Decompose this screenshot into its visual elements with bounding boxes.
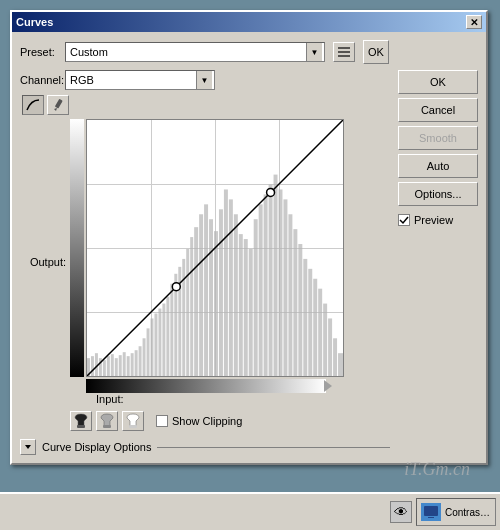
svg-rect-35 <box>209 219 213 376</box>
title-bar: Curves ✕ <box>12 12 486 32</box>
input-gradient-wrap <box>86 379 344 393</box>
svg-rect-20 <box>147 328 150 376</box>
svg-rect-3 <box>55 99 63 109</box>
svg-rect-42 <box>244 239 248 376</box>
svg-rect-57 <box>318 289 322 376</box>
input-gradient-row <box>86 379 344 393</box>
tray-area: 👁 Contrast curves <box>390 498 496 526</box>
gray-point-eyedropper[interactable] <box>96 411 118 431</box>
channel-label: Channel: <box>20 74 65 86</box>
svg-rect-54 <box>303 259 307 376</box>
curve-tool-button[interactable] <box>22 95 44 115</box>
svg-point-62 <box>172 283 180 291</box>
output-gradient-bar <box>70 119 84 377</box>
curve-row <box>70 119 344 377</box>
svg-rect-14 <box>123 352 126 376</box>
svg-rect-69 <box>428 517 434 518</box>
output-label-wrap: Output: <box>20 119 70 405</box>
svg-rect-31 <box>190 237 193 376</box>
divider-line <box>157 447 390 448</box>
svg-rect-56 <box>313 279 317 376</box>
svg-rect-33 <box>199 214 203 376</box>
dialog-body: Preset: Custom ▼ OK Channel: <box>12 32 486 463</box>
svg-point-63 <box>267 188 275 196</box>
svg-rect-19 <box>143 338 146 376</box>
svg-rect-24 <box>162 304 165 376</box>
preview-checkbox[interactable] <box>398 214 410 226</box>
channel-dropdown-arrow[interactable]: ▼ <box>196 71 212 89</box>
taskbar-item[interactable]: Contrast curves <box>416 498 496 526</box>
preset-dropdown-arrow[interactable]: ▼ <box>306 43 322 61</box>
smooth-button[interactable]: Smooth <box>398 126 478 150</box>
channel-row: Channel: RGB ▼ <box>20 70 390 90</box>
svg-rect-38 <box>224 189 228 376</box>
svg-rect-68 <box>424 506 438 516</box>
white-point-eyedropper[interactable] <box>122 411 144 431</box>
show-clipping-checkbox[interactable] <box>156 415 168 427</box>
svg-rect-22 <box>154 313 157 376</box>
ok-button[interactable]: OK <box>398 70 478 94</box>
curve-canvas[interactable] <box>86 119 344 377</box>
svg-rect-26 <box>170 284 173 376</box>
svg-rect-64 <box>77 425 85 428</box>
svg-rect-55 <box>308 269 312 376</box>
svg-rect-43 <box>249 249 253 376</box>
preset-select[interactable]: Custom ▼ <box>65 42 325 62</box>
svg-rect-30 <box>186 249 189 376</box>
svg-rect-16 <box>131 353 134 376</box>
svg-rect-32 <box>194 227 198 376</box>
svg-rect-37 <box>219 209 223 376</box>
main-row: Channel: RGB ▼ <box>20 70 478 455</box>
channel-select[interactable]: RGB ▼ <box>65 70 215 90</box>
svg-rect-49 <box>279 189 283 376</box>
svg-rect-44 <box>254 219 258 376</box>
taskbar-item-icon <box>421 503 441 521</box>
svg-rect-48 <box>274 175 278 376</box>
tools-row <box>22 95 390 115</box>
svg-rect-12 <box>115 358 118 376</box>
svg-rect-6 <box>91 356 94 376</box>
preset-label: Preset: <box>20 46 65 58</box>
close-button[interactable]: ✕ <box>466 15 482 29</box>
taskbar: 👁 Contrast curves <box>0 492 500 530</box>
black-point-eyedropper[interactable] <box>70 411 92 431</box>
ok-button[interactable]: OK <box>363 40 389 64</box>
svg-rect-47 <box>269 184 273 376</box>
svg-rect-60 <box>333 338 337 376</box>
pencil-tool-button[interactable] <box>47 95 69 115</box>
svg-rect-53 <box>298 244 302 376</box>
channel-value: RGB <box>68 74 196 86</box>
input-gradient-arrow <box>324 380 334 392</box>
tray-eye-icon[interactable]: 👁 <box>390 501 412 523</box>
show-clipping-label: Show Clipping <box>172 415 242 427</box>
histogram-svg <box>87 120 343 376</box>
auto-button[interactable]: Auto <box>398 154 478 178</box>
taskbar-item-label: Contrast curves <box>445 507 491 518</box>
cancel-button[interactable]: Cancel <box>398 98 478 122</box>
svg-rect-25 <box>166 297 169 376</box>
svg-rect-9 <box>103 360 106 376</box>
svg-rect-41 <box>239 234 243 376</box>
svg-rect-21 <box>151 318 154 376</box>
options-button[interactable]: Options... <box>398 182 478 206</box>
bottom-tools-row: Show Clipping <box>70 411 390 431</box>
right-buttons: OK Cancel Smooth Auto Options... Preview <box>398 70 478 455</box>
preset-options-button[interactable] <box>333 42 355 62</box>
svg-marker-4 <box>54 108 57 111</box>
curve-display-expand-button[interactable] <box>20 439 36 455</box>
input-gradient-bar <box>86 379 326 393</box>
preview-label: Preview <box>414 214 453 226</box>
dialog-title: Curves <box>16 16 53 28</box>
svg-rect-51 <box>288 214 292 376</box>
svg-rect-10 <box>107 356 110 376</box>
preview-row: Preview <box>398 214 478 226</box>
svg-rect-61 <box>338 353 343 376</box>
preset-row: Preset: Custom ▼ OK <box>20 40 478 64</box>
svg-rect-18 <box>139 346 142 376</box>
svg-rect-29 <box>182 259 185 376</box>
svg-rect-13 <box>119 355 122 376</box>
svg-rect-11 <box>111 354 114 376</box>
svg-rect-15 <box>127 356 130 376</box>
curves-dialog: Curves ✕ Preset: Custom ▼ OK <box>10 10 488 465</box>
curve-display-options-row: Curve Display Options <box>20 439 390 455</box>
